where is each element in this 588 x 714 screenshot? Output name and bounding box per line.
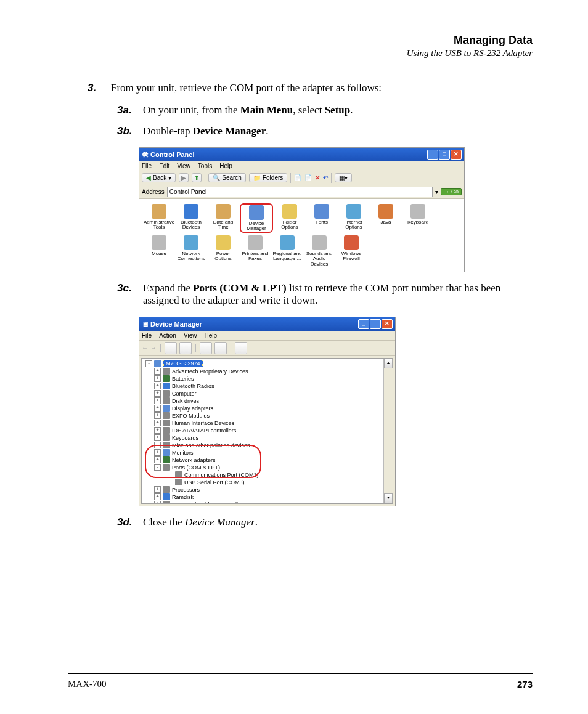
menu-view[interactable]: View [177, 163, 190, 169]
cp-item-device-manager[interactable]: Device Manager [240, 203, 273, 233]
tree-node-bluetooth-radios[interactable]: +Bluetooth Radios [154, 383, 391, 390]
cp-item-date-and-time[interactable]: Date and Time [208, 204, 239, 233]
collapse-icon[interactable]: - [145, 360, 152, 367]
tree-node-label: Computer [172, 391, 197, 397]
minimize-button[interactable]: _ [427, 150, 438, 160]
toolbar-icon[interactable] [235, 342, 247, 354]
cp-item-regional-and-language-[interactable]: Regional and Language … [272, 235, 303, 267]
forward-button[interactable]: ▶ [179, 173, 189, 182]
step-3b: 3b. Double-tap Device Manager. [117, 125, 533, 137]
minimize-button[interactable]: _ [358, 319, 369, 329]
cp-item-sounds-and-audio-devices[interactable]: Sounds and Audio Devices [304, 235, 335, 267]
expand-icon[interactable]: + [154, 420, 161, 426]
tree-node-display-adapters[interactable]: +Display adapters [154, 405, 391, 412]
expand-icon[interactable]: + [154, 486, 161, 493]
menu-help[interactable]: Help [204, 332, 217, 339]
menu-file[interactable]: File [142, 332, 152, 339]
tree-node-batteries[interactable]: +Batteries [154, 375, 391, 383]
menu-action[interactable]: Action [159, 332, 176, 339]
cp-body: Administrative ToolsBluetooth DevicesDat… [139, 199, 464, 272]
cp-item-internet-options[interactable]: Internet Options [338, 204, 369, 233]
tree-node-secure-digital-host-controllers[interactable]: +Secure Digital host controllers [154, 501, 391, 504]
undo-icon[interactable]: ↶ [323, 174, 328, 181]
move-to-icon[interactable]: 📄 [304, 174, 312, 181]
copy-to-icon[interactable]: 📄 [294, 174, 301, 181]
tree-node-label: Ramdisk [172, 494, 194, 500]
tree-node-keyboards[interactable]: +Keyboards [154, 434, 391, 442]
cp-item-administrative-tools[interactable]: Administrative Tools [144, 204, 174, 233]
cp-item-fonts[interactable]: Fonts [306, 204, 337, 233]
tree-root[interactable]: -M700-532974 [145, 360, 391, 368]
expand-icon[interactable]: + [154, 434, 161, 441]
toolbar-icon[interactable] [214, 342, 227, 354]
close-button[interactable]: ✕ [451, 150, 462, 160]
views-button[interactable]: ▦▾ [335, 173, 352, 182]
expand-icon[interactable]: + [154, 397, 161, 404]
tree-node-exfo-modules[interactable]: +EXFO Modules [154, 412, 391, 420]
menu-tools[interactable]: Tools [198, 163, 212, 169]
folders-button[interactable]: 📁Folders [249, 173, 287, 182]
search-button[interactable]: 🔍Search [208, 173, 246, 182]
dm-titlebar[interactable]: 🖥 Device Manager _ □ ✕ [139, 317, 395, 331]
tree-node-ramdisk[interactable]: +Ramdisk [154, 493, 391, 501]
go-button[interactable]: → Go [441, 188, 462, 195]
forward-icon[interactable]: → [150, 344, 157, 351]
cp-item-label: Sounds and Audio Devices [304, 251, 335, 267]
menu-edit[interactable]: Edit [159, 163, 169, 169]
maximize-button[interactable]: □ [370, 319, 381, 329]
tree-node-label: EXFO Modules [172, 413, 210, 419]
step-3c-text: Expand the Ports (COM & LPT) list to ret… [143, 282, 533, 307]
menu-help[interactable]: Help [219, 163, 232, 169]
cp-item-keyboard[interactable]: Keyboard [402, 204, 433, 233]
tree-node-processors[interactable]: +Processors [154, 486, 391, 493]
expand-icon[interactable]: + [154, 383, 161, 389]
tree-node-disk-drives[interactable]: +Disk drives [154, 397, 391, 405]
close-button[interactable]: ✕ [382, 319, 393, 329]
cp-item-printers-and-faxes[interactable]: Printers and Faxes [240, 235, 271, 267]
tree-node-advantech-proprietary-devices[interactable]: +Advantech Proprietary Devices [154, 368, 391, 375]
scroll-down-icon[interactable]: ▾ [384, 493, 393, 503]
cp-item-java[interactable]: Java [370, 204, 401, 233]
cp-item-icon [216, 235, 231, 250]
expand-icon[interactable]: + [154, 390, 161, 397]
tree-node-label: Bluetooth Radios [172, 383, 214, 389]
scroll-up-icon[interactable]: ▴ [384, 359, 393, 368]
maximize-button[interactable]: □ [439, 150, 450, 160]
tree-node-computer[interactable]: +Computer [154, 390, 391, 397]
tree-node-human-interface-devices[interactable]: +Human Interface Devices [154, 420, 391, 427]
toolbar-icon[interactable] [165, 342, 177, 354]
expand-icon[interactable]: + [154, 375, 161, 382]
cp-titlebar[interactable]: 🛠 Control Panel _ □ ✕ [139, 148, 464, 161]
expand-icon[interactable]: + [154, 368, 161, 375]
toolbar-icon[interactable] [200, 342, 212, 354]
cp-item-power-options[interactable]: Power Options [208, 235, 239, 267]
tree-node-usb-serial-port-com3-[interactable]: USB Serial Port (COM3) [168, 479, 391, 486]
tree-node-label: Secure Digital host controllers [172, 501, 246, 504]
expand-icon[interactable]: + [154, 427, 161, 434]
menu-file[interactable]: File [142, 163, 152, 169]
expand-icon[interactable]: + [154, 493, 161, 500]
step-3a: 3a. On your unit, from the Main Menu, se… [117, 104, 533, 116]
header-subtitle: Using the USB to RS-232 Adapter [68, 48, 533, 59]
menu-view[interactable]: View [184, 332, 197, 339]
expand-icon[interactable]: + [154, 405, 161, 412]
delete-icon[interactable]: ✕ [315, 174, 320, 181]
scrollbar[interactable]: ▴ ▾ [383, 359, 393, 503]
step-3b-number: 3b. [117, 125, 143, 137]
cp-item-network-connections[interactable]: Network Connections [176, 235, 206, 267]
cp-item-folder-options[interactable]: Folder Options [274, 204, 305, 233]
cp-item-windows-firewall[interactable]: Windows Firewall [336, 235, 367, 267]
back-icon[interactable]: ← [142, 344, 148, 351]
tree-node-ide-ata-atapi-controllers[interactable]: +IDE ATA/ATAPI controllers [154, 427, 391, 434]
device-icon [163, 390, 170, 397]
cp-item-mouse[interactable]: Mouse [144, 235, 174, 267]
step-3d: 3d. Close the Device Manager. [117, 516, 533, 529]
address-input[interactable] [167, 187, 433, 197]
toolbar-icon[interactable] [179, 342, 192, 354]
expand-icon[interactable]: + [154, 501, 161, 504]
cp-item-bluetooth-devices[interactable]: Bluetooth Devices [176, 204, 206, 233]
up-button[interactable]: ⬆ [192, 173, 202, 182]
device-icon [163, 501, 170, 504]
back-button[interactable]: ◀Back▾ [142, 173, 176, 182]
expand-icon[interactable]: + [154, 412, 161, 419]
